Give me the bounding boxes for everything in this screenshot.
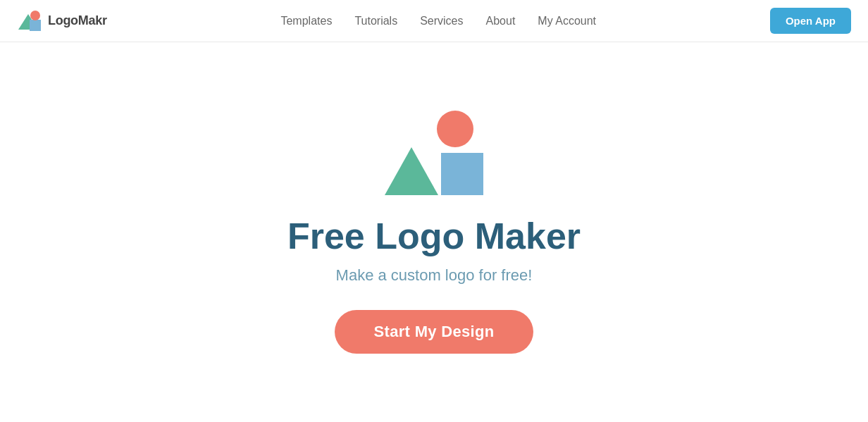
nav-link-templates[interactable]: Templates <box>280 15 332 27</box>
nav-link-services[interactable]: Services <box>420 15 463 27</box>
hero-triangle-shape <box>385 147 438 195</box>
hero-logo-shapes <box>385 111 483 195</box>
brand-name: LogoMakr <box>48 13 107 28</box>
navbar: LogoMakr Templates Tutorials Services Ab… <box>0 0 868 42</box>
hero-square-shape <box>441 153 483 195</box>
navbar-brand: LogoMakr <box>17 8 107 34</box>
hero-section: Free Logo Maker Make a custom logo for f… <box>0 42 868 422</box>
nav-links: Templates Tutorials Services About My Ac… <box>280 15 596 27</box>
svg-rect-1 <box>30 20 41 31</box>
open-app-button[interactable]: Open App <box>770 8 851 34</box>
brand-logo-icon <box>17 8 42 34</box>
start-my-design-button[interactable]: Start My Design <box>335 310 534 354</box>
svg-point-2 <box>30 11 40 20</box>
hero-subtitle: Make a custom logo for free! <box>336 266 533 285</box>
nav-link-my-account[interactable]: My Account <box>538 15 596 27</box>
nav-link-tutorials[interactable]: Tutorials <box>354 15 397 27</box>
hero-circle-shape <box>437 111 473 147</box>
nav-link-about[interactable]: About <box>486 15 516 27</box>
hero-title: Free Logo Maker <box>287 216 581 256</box>
